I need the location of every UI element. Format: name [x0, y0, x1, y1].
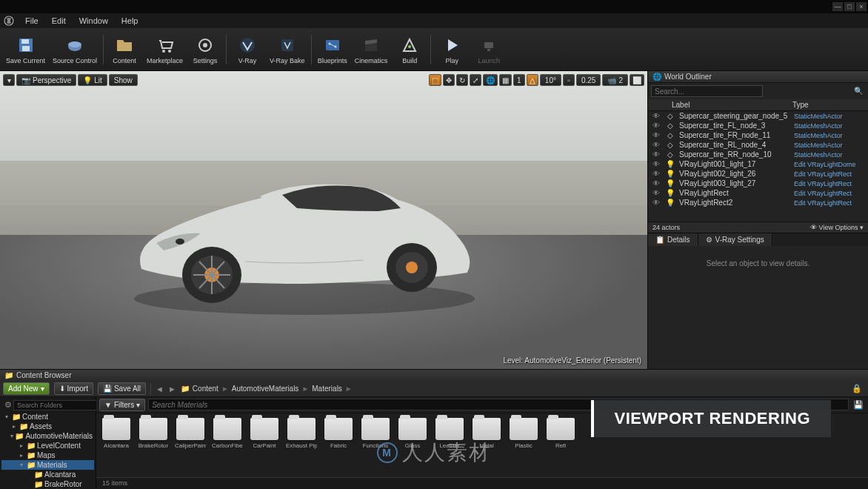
content-button[interactable]: Content — [107, 30, 142, 70]
content-folder[interactable]: Plastic — [508, 418, 539, 473]
tab-vray-settings[interactable]: ⚙V-Ray Settings — [698, 233, 772, 246]
content-folder[interactable]: Refl — [545, 418, 576, 473]
visibility-toggle[interactable]: 👁 — [651, 131, 661, 139]
vray-button[interactable]: V-Ray — [230, 30, 265, 70]
tree-automotive[interactable]: ▾📁 AutomotiveMaterials — [1, 431, 94, 441]
actor-type[interactable]: Edit VRayLightRect — [794, 199, 865, 207]
save-current-button[interactable]: Save Current — [3, 30, 48, 70]
visibility-toggle[interactable]: 👁 — [651, 112, 661, 120]
source-control-button[interactable]: Source Control — [50, 30, 100, 70]
outliner-row[interactable]: 👁💡VRayLight001_light_17Edit VRayLightDom… — [648, 159, 868, 169]
blueprints-button[interactable]: Blueprints — [315, 30, 350, 70]
scale-snap-value[interactable]: 0.25 — [576, 74, 601, 86]
viewport[interactable]: ▾ 📷Perspective 💡Lit Show ⬚ ✥ ↻ ⤢ 🌐 ▦ 1 △… — [0, 71, 647, 369]
view-options-button[interactable]: 👁 View Options ▾ — [810, 224, 864, 231]
outliner-row[interactable]: 👁💡VRayLight003_light_27Edit VRayLightRec… — [648, 179, 868, 188]
build-button[interactable]: Build — [392, 30, 427, 70]
content-folder[interactable]: Fabric — [323, 418, 354, 473]
tree-brakerotor[interactable]: 📁 BrakeRotor — [1, 479, 94, 489]
visibility-toggle[interactable]: 👁 — [651, 122, 661, 130]
save-search-icon[interactable]: 💾 — [852, 399, 865, 411]
transform-scale-button[interactable]: ⤢ — [470, 74, 481, 86]
visibility-toggle[interactable]: 👁 — [651, 199, 661, 207]
content-folder[interactable]: Alcantara — [101, 418, 132, 473]
visibility-toggle[interactable]: 👁 — [651, 189, 661, 197]
actor-type[interactable]: Edit VRayLightRect — [794, 170, 865, 178]
visibility-toggle[interactable]: 👁 — [651, 179, 661, 187]
breadcrumb-materials[interactable]: Materials — [312, 385, 342, 393]
breadcrumb-automotive[interactable]: AutomotiveMaterials — [232, 385, 299, 393]
camera-speed-button[interactable]: 📹2 — [602, 74, 628, 86]
filters-button[interactable]: ▼ Filters ▾ — [99, 399, 145, 411]
add-new-button[interactable]: Add New ▾ — [3, 382, 50, 395]
vray-bake-button[interactable]: V-Ray Bake — [267, 30, 308, 70]
settings-button[interactable]: Settings — [187, 30, 223, 70]
marketplace-button[interactable]: Marketplace — [144, 30, 186, 70]
outliner-col-type[interactable]: Type — [792, 101, 864, 109]
menu-help[interactable]: Help — [116, 15, 144, 27]
grid-snap-value[interactable]: 1 — [513, 74, 525, 86]
outliner-row[interactable]: 👁◇Supercar_tire_FR_node_11StaticMeshActo… — [648, 130, 868, 140]
angle-snap-value[interactable]: 10° — [540, 74, 561, 86]
play-button[interactable]: Play — [434, 30, 470, 70]
outliner-row[interactable]: 👁💡VRayLightRect2Edit VRayLightRect — [648, 198, 868, 207]
outliner-row[interactable]: 👁💡VRayLightRectEdit VRayLightRect — [648, 188, 868, 198]
coord-space-button[interactable]: 🌐 — [483, 74, 498, 86]
content-folder[interactable]: BrakeRotor — [138, 418, 169, 473]
outliner-row[interactable]: 👁◇Supercar_tire_RR_node_10StaticMeshActo… — [648, 150, 868, 159]
lit-button[interactable]: 💡Lit — [78, 74, 107, 86]
breadcrumb-content[interactable]: Content — [193, 385, 218, 393]
content-folder[interactable]: Exhaust Pipe — [286, 418, 317, 473]
blueprints-icon — [322, 35, 343, 56]
visibility-toggle[interactable]: 👁 — [651, 170, 661, 178]
show-button[interactable]: Show — [109, 74, 138, 86]
tree-assets[interactable]: ▸📁 Assets — [1, 422, 94, 431]
tree-content[interactable]: ▾📁 Content — [1, 412, 94, 422]
viewport-options-button[interactable]: ▾ — [3, 74, 15, 86]
lock-icon[interactable]: 🔒 — [852, 384, 862, 393]
outliner-row[interactable]: 👁◇Supercar_steering_gear_node_5StaticMes… — [648, 111, 868, 121]
actor-type[interactable]: Edit VRayLightRect — [794, 190, 865, 197]
transform-rotate-button[interactable]: ↻ — [456, 74, 468, 86]
tree-materials[interactable]: ▾📁 Materials — [1, 460, 94, 470]
transform-select-button[interactable]: ⬚ — [429, 74, 441, 86]
cinematics-button[interactable]: Cinematics — [352, 30, 391, 70]
visibility-toggle[interactable]: 👁 — [651, 160, 661, 168]
maximize-button[interactable]: □ — [844, 2, 855, 11]
scale-snap-toggle[interactable]: ▫ — [563, 74, 575, 86]
content-folder[interactable]: CarPaint — [249, 418, 280, 473]
content-folder[interactable]: CaliperPaint — [175, 418, 206, 473]
outliner-search-input[interactable] — [651, 85, 763, 97]
outliner-list[interactable]: 👁◇Supercar_steering_gear_node_5StaticMes… — [648, 111, 868, 222]
content-folder[interactable]: CarbonFiber — [212, 418, 243, 473]
actor-type[interactable]: Edit VRayLightRect — [794, 180, 865, 187]
menu-edit[interactable]: Edit — [46, 15, 72, 27]
nav-back-button[interactable]: ◄ — [156, 385, 164, 393]
minimize-button[interactable]: — — [832, 2, 843, 11]
nav-forward-button[interactable]: ► — [168, 385, 176, 393]
menu-file[interactable]: File — [19, 15, 44, 27]
perspective-button[interactable]: 📷Perspective — [16, 74, 76, 86]
tree-maps[interactable]: ▸📁 Maps — [1, 450, 94, 460]
launch-button[interactable]: Launch — [471, 30, 507, 70]
filter-icon[interactable]: ⚙ — [4, 400, 12, 410]
outliner-row[interactable]: 👁💡VRayLight002_light_26Edit VRayLightRec… — [648, 169, 868, 179]
tree-alcantara[interactable]: 📁 Alcantara — [1, 470, 94, 479]
save-all-button[interactable]: 💾Save All — [98, 382, 146, 395]
search-folders-input[interactable] — [13, 400, 104, 410]
close-button[interactable]: × — [856, 2, 867, 11]
angle-snap-toggle[interactable]: △ — [527, 74, 538, 86]
tab-details[interactable]: 📋Details — [648, 233, 698, 246]
transform-translate-button[interactable]: ✥ — [443, 74, 455, 86]
outliner-row[interactable]: 👁◇Supercar_tire_FL_node_3StaticMeshActor — [648, 121, 868, 130]
actor-type[interactable]: Edit VRayLightDome — [794, 161, 865, 168]
outliner-col-label[interactable]: Label — [672, 101, 792, 109]
surface-snap-button[interactable]: ▦ — [499, 74, 512, 86]
visibility-toggle[interactable]: 👁 — [651, 150, 661, 159]
outliner-row[interactable]: 👁◇Supercar_tire_RL_node_4StaticMeshActor — [648, 140, 868, 150]
import-button[interactable]: ⬇Import — [54, 382, 93, 395]
visibility-toggle[interactable]: 👁 — [651, 141, 661, 149]
viewport-maximize-button[interactable]: ⬜ — [630, 74, 644, 86]
menu-window[interactable]: Window — [73, 15, 114, 27]
tree-levelcontent[interactable]: ▸📁 LevelContent — [1, 441, 94, 450]
